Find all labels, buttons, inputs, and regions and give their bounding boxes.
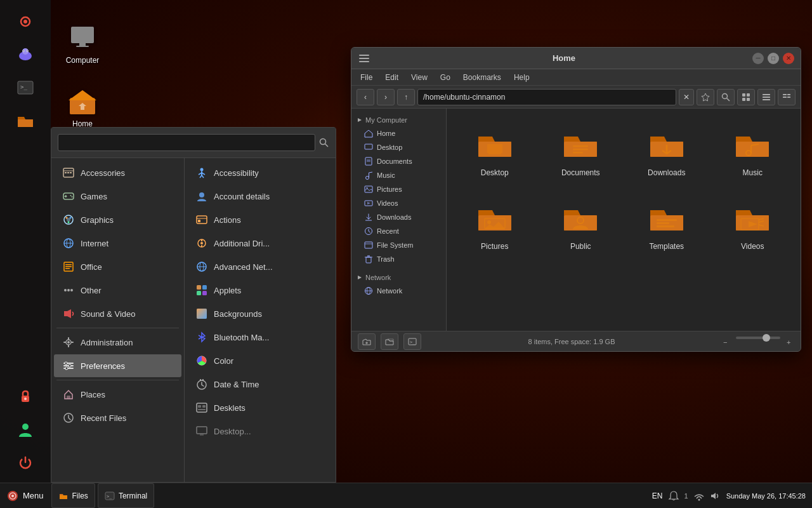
menu-item-accessories[interactable]: Accessories	[54, 161, 181, 184]
fm-minimize-button[interactable]: ─	[752, 53, 764, 64]
menu-item-actions[interactable]: Actions	[187, 208, 333, 231]
fm-bookmark-button[interactable]	[697, 89, 714, 105]
menu-item-graphics[interactable]: Graphics	[54, 208, 181, 231]
fm-network-header[interactable]: Network	[351, 271, 446, 284]
fm-menu-edit[interactable]: Edit	[379, 69, 405, 85]
fm-back-button[interactable]: ‹	[357, 89, 374, 105]
fm-compact-view-button[interactable]	[778, 89, 796, 105]
fm-sidebar-documents[interactable]: Documents	[351, 154, 446, 168]
fm-folder-pictures[interactable]: Pictures	[457, 192, 533, 256]
fm-address-clear-button[interactable]: ✕	[679, 89, 694, 105]
fm-maximize-button[interactable]: □	[768, 53, 779, 64]
fm-sidebar-music[interactable]: Music	[351, 168, 446, 182]
hamburger-menu-icon[interactable]	[358, 52, 370, 65]
svg-rect-59	[71, 342, 74, 343]
backgrounds-icon	[195, 307, 209, 321]
fm-sidebar-network[interactable]: Network	[351, 284, 446, 298]
fm-sidebar-videos[interactable]: Videos	[351, 196, 446, 210]
zoom-slider[interactable]	[736, 337, 780, 339]
menu-item-backgrounds[interactable]: Backgrounds	[187, 302, 333, 325]
menu-item-other[interactable]: Other	[54, 279, 181, 302]
sidebar-icon-switch-user[interactable]	[10, 414, 41, 444]
fm-open-terminal-button[interactable]: >_	[403, 333, 421, 350]
volume-icon[interactable]	[710, 490, 721, 502]
fm-menu-help[interactable]: Help	[508, 69, 536, 85]
fm-sidebar-recent[interactable]: Recent	[351, 224, 446, 238]
fm-close-button[interactable]: ✕	[783, 53, 794, 64]
taskbar-menu-button[interactable]: Menu	[0, 483, 50, 508]
taskbar-files-button[interactable]: Files	[51, 483, 95, 508]
network-icon[interactable]	[693, 490, 705, 502]
desktop-icon-computer[interactable]: Computer	[54, 19, 111, 69]
fm-sidebar-desktop-label: Desktop	[377, 144, 402, 151]
fm-search-button[interactable]	[717, 89, 735, 105]
bluetooth-icon	[195, 330, 209, 344]
fm-forward-button[interactable]: ›	[377, 89, 395, 105]
fm-up-button[interactable]: ↑	[397, 89, 415, 105]
menu-item-places[interactable]: Places	[54, 383, 181, 406]
menu-panel: Accessories Games Graphics	[51, 127, 336, 483]
notifications-icon[interactable]	[668, 490, 679, 502]
sidebar-icon-power[interactable]	[10, 447, 41, 478]
svg-rect-47	[65, 264, 72, 265]
fm-menu-go[interactable]: Go	[434, 69, 457, 85]
sidebar-icon-display[interactable]	[10, 6, 41, 37]
fm-folder-downloads[interactable]: Downloads	[629, 119, 705, 182]
fm-menu-file[interactable]: File	[354, 69, 379, 85]
menu-item-date-time[interactable]: Date & Time	[187, 373, 333, 396]
fm-sidebar-filesystem[interactable]: File System	[351, 238, 446, 252]
menu-item-games[interactable]: Games	[54, 185, 181, 208]
fm-file-open-button[interactable]	[381, 333, 398, 350]
menu-item-sound-video[interactable]: Sound & Video	[54, 302, 181, 325]
fm-folder-desktop[interactable]: Desktop	[457, 119, 533, 182]
taskbar-terminal-button[interactable]: >_ Terminal	[98, 483, 154, 508]
account-icon	[195, 189, 209, 203]
fm-menu-view[interactable]: View	[405, 69, 434, 85]
fm-folder-music[interactable]: Music	[715, 119, 791, 182]
fm-sidebar-downloads[interactable]: Downloads	[351, 210, 446, 224]
taskbar: Menu Files >_ Terminal EN 1	[0, 483, 812, 508]
menu-item-desklets[interactable]: Desklets	[187, 396, 333, 419]
menu-item-accessibility[interactable]: Accessibility	[187, 161, 333, 184]
sidebar-icon-terminal[interactable]: >_	[10, 72, 41, 103]
fm-sidebar-pictures[interactable]: Pictures	[351, 182, 446, 196]
language-indicator[interactable]: EN	[652, 491, 663, 500]
fm-icon-view-button[interactable]	[737, 89, 755, 105]
sidebar-icon-lock[interactable]	[10, 381, 41, 411]
menu-item-preferences[interactable]: Preferences	[54, 354, 181, 377]
fm-address-bar[interactable]	[417, 89, 676, 105]
menu-item-office[interactable]: Office	[54, 255, 181, 278]
fm-new-folder-button[interactable]	[358, 333, 376, 350]
svg-rect-104	[359, 58, 369, 59]
menu-item-recent-files[interactable]: Recent Files	[54, 406, 181, 429]
menu-item-additional-drivers[interactable]: Additional Dri...	[187, 232, 333, 255]
fm-folder-documents[interactable]: Documents	[543, 119, 619, 182]
menu-search-input[interactable]	[58, 134, 315, 151]
menu-item-color[interactable]: Color	[187, 349, 333, 372]
menu-item-applets[interactable]: Applets	[187, 279, 333, 302]
svg-rect-57	[68, 345, 69, 347]
fm-list-view-button[interactable]	[757, 89, 775, 105]
menu-item-bluetooth[interactable]: Bluetooth Ma...	[187, 326, 333, 349]
sidebar-icon-gimp[interactable]	[10, 39, 41, 70]
fm-folder-templates[interactable]: Templates	[629, 192, 705, 256]
fm-sidebar-music-label: Music	[377, 171, 395, 179]
fm-folder-videos[interactable]: Videos	[715, 192, 791, 256]
fm-sidebar-filesystem-label: File System	[377, 241, 413, 249]
menu-item-desktop[interactable]: Desktop...	[187, 420, 333, 443]
svg-text:+: +	[787, 338, 790, 346]
menu-item-administration[interactable]: Administration	[54, 331, 181, 354]
fm-sidebar-trash[interactable]: Trash	[351, 252, 446, 266]
fm-sidebar-home[interactable]: Home	[351, 126, 446, 140]
templates-folder-label: Templates	[649, 242, 684, 251]
sidebar-icon-files[interactable]	[10, 105, 41, 136]
fm-menu-bookmarks[interactable]: Bookmarks	[457, 69, 508, 85]
menu-item-account-details[interactable]: Account details	[187, 185, 333, 208]
desktop-icon-home[interactable]: Home	[54, 83, 111, 132]
menu-item-advanced-net[interactable]: Advanced Net...	[187, 255, 333, 278]
fm-sidebar-desktop[interactable]: Desktop	[351, 140, 446, 154]
datetime-display[interactable]: Sunday May 26, 17:45:28	[726, 492, 806, 500]
fm-folder-public[interactable]: Public	[543, 192, 619, 256]
menu-item-internet[interactable]: Internet	[54, 232, 181, 255]
fm-my-computer-header[interactable]: My Computer	[351, 114, 446, 126]
